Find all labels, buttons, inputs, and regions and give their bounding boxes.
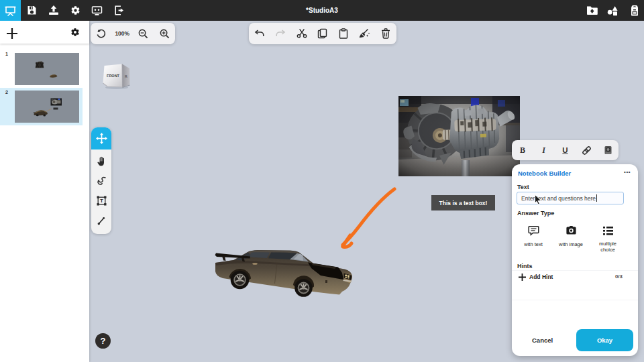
svg-text:R: R — [125, 74, 128, 78]
svg-text:FRONT: FRONT — [107, 74, 120, 78]
svg-text:T: T — [100, 198, 103, 204]
